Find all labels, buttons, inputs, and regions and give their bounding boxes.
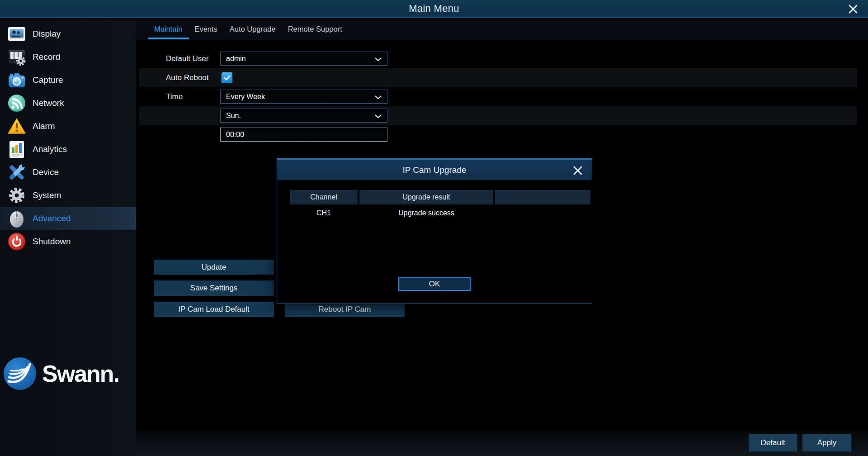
day-value: Sun. <box>226 112 241 120</box>
upgrade-result-table: Channel Upgrade result CH1 Upgrade succe… <box>290 190 590 220</box>
device-icon <box>7 162 27 182</box>
ipcam-load-default-label: IP Cam Load Default <box>178 305 250 314</box>
reboot-ipcam-button[interactable]: Reboot IP Cam <box>285 302 405 317</box>
tab-maintain[interactable]: Maintain <box>154 19 182 39</box>
cell-channel: CH1 <box>290 206 358 220</box>
dialog-close-button[interactable] <box>571 164 585 177</box>
ipcam-load-default-button[interactable]: IP Cam Load Default <box>154 302 274 317</box>
ok-button-label: OK <box>429 280 440 289</box>
swann-logo-text: Swann. <box>42 360 119 387</box>
sidebar: Display Record <box>0 19 136 456</box>
sidebar-item-device[interactable]: Device <box>0 161 136 184</box>
sidebar-item-label: Advanced <box>33 214 71 223</box>
sidebar-item-analytics[interactable]: Analytics <box>0 138 136 161</box>
table-row: CH1 Upgrade success <box>290 206 590 220</box>
footer-bar: Default Apply <box>136 431 868 456</box>
tabbar: Maintain Events Auto Upgrade Remote Supp… <box>136 19 868 39</box>
ok-button[interactable]: OK <box>398 277 471 291</box>
sidebar-item-display[interactable]: Display <box>0 22 136 45</box>
swann-logo-mark <box>3 356 37 391</box>
checkmark-icon <box>224 75 231 81</box>
close-icon <box>572 165 583 176</box>
default-user-label: Default User <box>166 49 208 68</box>
sidebar-item-record[interactable]: Record <box>0 45 136 68</box>
clock-time-input-wrap <box>220 128 387 142</box>
tab-label: Auto Upgrade <box>230 25 276 33</box>
sidebar-item-alarm[interactable]: Alarm <box>0 114 136 138</box>
sidebar-item-label: Alarm <box>33 121 55 131</box>
window-title: Main Menu <box>409 3 459 14</box>
cell-upgrade-result: Upgrade success <box>359 206 493 220</box>
update-button[interactable]: Update <box>154 260 274 275</box>
advanced-icon <box>7 209 27 228</box>
sidebar-item-label: Shutdown <box>33 237 71 247</box>
alarm-icon <box>7 116 27 136</box>
auto-reboot-checkbox[interactable] <box>222 72 232 83</box>
dialog-title: IP Cam Upgrade <box>402 165 466 175</box>
ipcam-upgrade-dialog: IP Cam Upgrade Channel Upgrade result CH… <box>277 158 592 304</box>
column-header-empty <box>495 190 590 204</box>
auto-reboot-label: Auto Reboot <box>166 68 209 87</box>
day-select[interactable]: Sun. <box>220 109 387 123</box>
main-menu-window: Main Menu Display <box>0 0 868 456</box>
tab-label: Remote Support <box>288 25 342 33</box>
default-user-select[interactable]: admin <box>220 52 387 66</box>
sidebar-item-shutdown[interactable]: Shutdown <box>0 230 136 253</box>
system-icon <box>7 185 27 205</box>
sidebar-item-label: Analytics <box>33 144 67 154</box>
row-auto-reboot: Auto Reboot <box>139 68 857 87</box>
chevron-down-icon <box>375 95 382 100</box>
time-frequency-select[interactable]: Every Week <box>220 90 387 104</box>
sidebar-item-system[interactable]: System <box>0 184 136 207</box>
sidebar-item-label: Device <box>33 167 59 177</box>
reboot-ipcam-label: Reboot IP Cam <box>319 305 371 314</box>
row-clock <box>139 125 857 144</box>
row-day: Sun. <box>139 106 857 125</box>
default-button-label: Default <box>761 438 785 447</box>
tab-label: Events <box>194 25 217 33</box>
capture-icon <box>7 70 27 90</box>
update-button-label: Update <box>202 263 226 272</box>
default-button[interactable]: Default <box>749 434 797 451</box>
default-user-value: admin <box>226 55 246 63</box>
time-frequency-value: Every Week <box>226 93 265 101</box>
sidebar-item-network[interactable]: Network <box>0 91 136 114</box>
sidebar-item-label: System <box>33 190 61 200</box>
table-header-row: Channel Upgrade result <box>290 190 590 204</box>
column-header-upgrade-result: Upgrade result <box>359 190 493 204</box>
save-settings-button[interactable]: Save Settings <box>154 280 274 296</box>
tab-remote-support[interactable]: Remote Support <box>288 19 342 39</box>
close-icon <box>847 3 859 15</box>
network-icon <box>7 93 27 113</box>
row-default-user: Default User admin <box>139 49 857 68</box>
row-time: Time Every Week <box>139 87 857 106</box>
sidebar-item-label: Record <box>33 52 60 62</box>
sidebar-item-advanced[interactable]: Advanced <box>0 207 136 230</box>
apply-button[interactable]: Apply <box>802 434 851 451</box>
sidebar-item-label: Network <box>33 98 64 108</box>
apply-button-label: Apply <box>817 438 837 447</box>
sidebar-item-label: Display <box>33 29 61 39</box>
sidebar-item-label: Capture <box>33 75 63 85</box>
clock-time-input[interactable] <box>226 131 387 139</box>
chevron-down-icon <box>375 57 382 62</box>
window-close-button[interactable] <box>845 2 861 16</box>
record-icon <box>7 47 27 67</box>
chevron-down-icon <box>375 114 382 119</box>
swann-logo: Swann. <box>3 356 119 391</box>
column-header-channel: Channel <box>290 190 358 204</box>
ipcam-upgrade-dialog-header: IP Cam Upgrade <box>277 159 592 180</box>
tab-label: Maintain <box>154 25 182 33</box>
analytics-icon <box>7 139 27 159</box>
tab-auto-upgrade[interactable]: Auto Upgrade <box>230 19 276 39</box>
display-icon <box>7 24 27 44</box>
cell-empty <box>495 206 590 220</box>
sidebar-item-capture[interactable]: Capture <box>0 68 136 91</box>
time-label: Time <box>166 87 183 106</box>
titlebar: Main Menu <box>0 0 868 18</box>
tab-events[interactable]: Events <box>194 19 217 39</box>
shutdown-icon <box>7 232 27 252</box>
save-settings-button-label: Save Settings <box>190 284 238 293</box>
